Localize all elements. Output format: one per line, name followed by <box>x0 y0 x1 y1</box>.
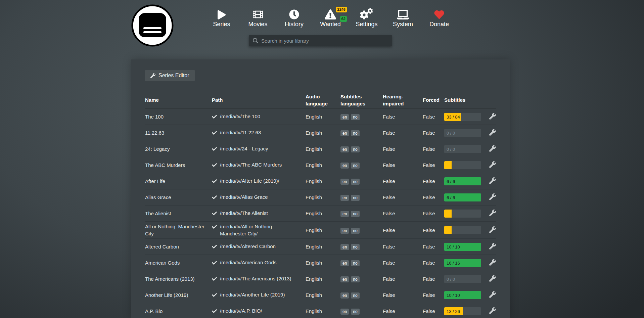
forced-flag: False <box>423 194 444 201</box>
column-header-name: Name <box>145 96 212 103</box>
language-badge: no <box>351 146 359 152</box>
check-icon <box>212 130 217 137</box>
progress-bar: 16 / 16 <box>444 259 481 267</box>
table-row: 24: Legacy /media/tv/24 - Legacy English… <box>145 141 496 157</box>
audio-language: English <box>306 275 340 282</box>
language-badge: en <box>340 179 349 185</box>
series-name: Another Life (2019) <box>145 291 212 299</box>
hearing-impaired: False <box>383 275 423 282</box>
edit-series-button[interactable] <box>489 210 496 217</box>
subtitles-languages: enno <box>340 145 383 152</box>
subtitles-progress: 10 / 10 <box>444 243 489 251</box>
progress-label: 0 / 0 <box>447 275 455 282</box>
language-badge: no <box>351 163 359 169</box>
language-badge: en <box>340 244 349 250</box>
series-path: /media/tv/The Alienist <box>212 210 306 218</box>
nav-label: Donate <box>429 21 449 28</box>
progress-bar: 0 / 0 <box>444 129 481 137</box>
language-badge: en <box>340 228 349 234</box>
main-nav: Series Movies History 2246 62 Wanted Set… <box>203 7 457 28</box>
table-row: 11.22.63 /media/tv/11.22.63 English enno… <box>145 125 496 141</box>
nav-label: Movies <box>248 21 267 28</box>
nav-item-movies[interactable]: Movies <box>240 7 276 28</box>
edit-series-button[interactable] <box>489 307 496 315</box>
hearing-impaired: False <box>383 210 423 217</box>
subtitles-languages: enno <box>340 210 383 217</box>
subtitles-progress: 0 / 0 <box>444 275 489 283</box>
wrench-icon <box>489 243 496 249</box>
hearing-impaired: False <box>383 129 423 136</box>
wanted-series-count-badge: 2246 <box>336 7 347 12</box>
subtitles-progress: 13 / 26 <box>444 307 489 315</box>
edit-series-button[interactable] <box>489 113 496 121</box>
language-badge: en <box>340 163 349 169</box>
subtitles-languages: enno <box>340 129 383 136</box>
nav-item-donate[interactable]: Donate <box>421 7 457 28</box>
series-path: /media/tv/The 100 <box>212 113 306 121</box>
nav-item-system[interactable]: System <box>385 7 421 28</box>
hearing-impaired: False <box>383 259 423 266</box>
subtitles-progress: 16 / 16 <box>444 259 489 267</box>
check-icon <box>212 224 217 231</box>
column-header-path: Path <box>212 96 306 103</box>
nav-item-wanted[interactable]: 2246 62 Wanted <box>312 7 349 28</box>
series-path: /media/tv/After Life (2019)/ <box>212 177 306 185</box>
edit-series-button[interactable] <box>489 145 496 153</box>
forced-flag: False <box>423 113 444 120</box>
check-icon <box>212 178 217 185</box>
app-logo[interactable] <box>131 4 174 47</box>
warning-icon <box>325 7 336 19</box>
table-row: The ABC Murders /media/tv/The ABC Murder… <box>145 157 496 173</box>
edit-series-button[interactable] <box>489 177 496 185</box>
subtitles-languages: enno <box>340 178 383 185</box>
nav-item-series[interactable]: Series <box>203 7 240 28</box>
audio-language: English <box>306 227 340 234</box>
nav-label: History <box>285 21 304 28</box>
edit-series-button[interactable] <box>489 129 496 137</box>
wrench-icon <box>489 275 496 282</box>
language-badge: en <box>340 211 349 217</box>
progress-bar: 10 / 10 <box>444 291 481 299</box>
forced-flag: False <box>423 145 444 152</box>
language-badge: no <box>351 244 359 250</box>
nav-item-history[interactable]: History <box>276 7 312 28</box>
wrench-icon <box>489 177 496 184</box>
bazarr-logo-icon <box>131 4 174 47</box>
series-name: 11.22.63 <box>145 129 212 136</box>
progress-bar: 6 / 6 <box>444 177 481 185</box>
wrench-icon <box>489 291 496 298</box>
edit-series-button[interactable] <box>489 226 496 234</box>
progress-bar: 10 / 10 <box>444 243 481 251</box>
nav-item-settings[interactable]: Settings <box>349 7 385 28</box>
series-name: All or Nothing: Manchester City <box>145 223 212 237</box>
play-icon <box>218 7 226 19</box>
language-badge: no <box>351 309 359 315</box>
wrench-icon <box>489 307 496 314</box>
film-icon <box>253 7 263 19</box>
edit-series-button[interactable] <box>489 291 496 299</box>
edit-series-button[interactable] <box>489 161 496 169</box>
series-editor-button[interactable]: Series Editor <box>145 70 195 81</box>
column-header-subtitles: Subtitles <box>444 96 489 103</box>
series-name: The Alienist <box>145 210 212 217</box>
edit-series-button[interactable] <box>489 243 496 251</box>
hearing-impaired: False <box>383 308 423 315</box>
series-path: /media/tv/Another Life (2019) <box>212 291 306 299</box>
table-row: Another Life (2019) /media/tv/Another Li… <box>145 287 496 303</box>
search-input[interactable] <box>261 38 388 44</box>
progress-label: 10 / 10 <box>447 243 460 250</box>
table-header: Name Path Audio language Subtitles langu… <box>145 91 496 109</box>
wrench-icon <box>489 129 496 136</box>
language-badge: no <box>351 211 359 217</box>
series-name: The ABC Murders <box>145 162 212 169</box>
hearing-impaired: False <box>383 291 423 299</box>
subtitles-progress <box>444 210 489 218</box>
edit-series-button[interactable] <box>489 275 496 283</box>
hearing-impaired: False <box>383 145 423 152</box>
subtitles-progress <box>444 161 489 169</box>
forced-flag: False <box>423 178 444 185</box>
progress-bar: 6 / 6 <box>444 193 481 201</box>
edit-series-button[interactable] <box>489 193 496 201</box>
edit-series-button[interactable] <box>489 259 496 267</box>
series-editor-panel: Series Editor Name Path Audio language S… <box>131 59 510 318</box>
